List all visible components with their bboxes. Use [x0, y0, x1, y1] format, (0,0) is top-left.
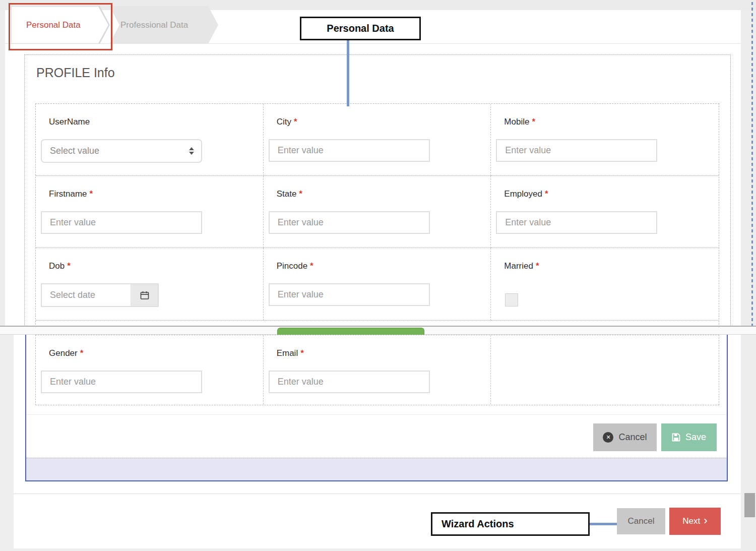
mobile-input[interactable] [496, 139, 657, 162]
gender-label: Gender [49, 348, 78, 358]
tab-professional-label: Professional Data [109, 20, 188, 30]
email-input[interactable] [269, 371, 430, 393]
callout-wizard-text: Wizard Actions [442, 518, 514, 530]
right-gutter [741, 0, 756, 551]
required-asterisk: * [299, 189, 302, 199]
employed-label: Employed [504, 189, 542, 199]
field-married: Married* [491, 248, 719, 321]
required-asterisk: * [310, 261, 313, 271]
pincode-input[interactable] [269, 283, 430, 306]
username-label: UserName [49, 117, 90, 127]
profile-cancel-button[interactable]: ✕ Cancel [593, 423, 657, 451]
profile-form-grid-bottom: Gender* Email* [35, 335, 719, 405]
cancel-x-icon: ✕ [603, 432, 613, 443]
field-username: UserName Select value [36, 104, 264, 176]
field-empty [491, 335, 719, 404]
required-asterisk: * [536, 261, 539, 271]
state-label: State [277, 189, 297, 199]
wizard-cancel-label: Cancel [628, 516, 655, 526]
dob-date-group [41, 283, 256, 307]
field-employed: Employed* [491, 176, 719, 248]
field-email: Email* [264, 335, 491, 404]
state-input[interactable] [269, 211, 430, 234]
required-asterisk: * [294, 117, 297, 127]
calendar-icon [140, 290, 150, 300]
panel-footer-band [26, 458, 727, 480]
wizard-footer-divider [14, 494, 741, 494]
profile-save-label: Save [685, 432, 706, 443]
married-checkbox[interactable] [505, 293, 518, 307]
dob-calendar-button[interactable] [131, 283, 159, 307]
profile-panel-title: PROFILE Info [36, 66, 115, 80]
required-asterisk: * [67, 261, 71, 271]
username-select[interactable]: Select value [41, 139, 202, 163]
profile-cancel-label: Cancel [618, 432, 647, 443]
firstname-label: Firstname [49, 189, 87, 199]
profile-form-grid-top: UserName Select value City* Mobile* Firs… [35, 103, 719, 327]
username-select-value: Select value [50, 146, 99, 156]
wizard-cancel-button[interactable]: Cancel [617, 508, 665, 534]
dob-label: Dob [49, 261, 65, 271]
required-asterisk: * [300, 348, 304, 358]
toolbar-divider [26, 414, 727, 415]
select-caret-icon [189, 147, 194, 155]
scrollbar-thumb[interactable] [744, 493, 755, 517]
field-pincode: Pincode* [264, 248, 491, 321]
required-asterisk: * [80, 348, 84, 358]
required-asterisk: * [90, 189, 93, 199]
annotation-highlight-box [9, 3, 112, 50]
city-input[interactable] [269, 139, 430, 162]
selection-dashed-edge [751, 2, 753, 326]
gender-input[interactable] [41, 371, 202, 393]
firstname-input[interactable] [41, 211, 202, 234]
field-firstname: Firstname* [36, 176, 264, 248]
left-gutter [0, 0, 5, 327]
field-city: City* [264, 104, 491, 176]
employed-input[interactable] [496, 211, 657, 234]
green-button-sliver [277, 328, 424, 335]
married-label: Married [504, 261, 533, 271]
callout-wizard-actions: Wizard Actions [431, 512, 590, 536]
field-dob: Dob* [36, 248, 264, 321]
field-mobile: Mobile* [491, 104, 719, 176]
required-asterisk: * [545, 189, 548, 199]
profile-save-button[interactable]: Save [661, 423, 717, 451]
mobile-label: Mobile [504, 117, 529, 127]
wizard-next-label: Next [682, 516, 700, 526]
callout-personal-text: Personal Data [327, 23, 394, 34]
wizard-next-button[interactable]: Next › [669, 508, 721, 535]
email-label: Email [277, 348, 298, 358]
pincode-label: Pincode [277, 261, 307, 271]
wizard-page: Personal Data Professional Data Personal… [0, 0, 756, 551]
tab-professional-data[interactable]: Professional Data [109, 6, 218, 44]
required-asterisk: * [532, 117, 535, 127]
save-floppy-icon [672, 433, 680, 442]
city-label: City [277, 117, 291, 127]
field-gender: Gender* [36, 335, 264, 404]
field-state: State* [264, 176, 491, 248]
dob-input[interactable] [41, 283, 131, 307]
callout-connector-vertical [347, 40, 349, 106]
next-chevron-icon: › [704, 515, 707, 526]
callout-personal-data: Personal Data [300, 17, 421, 40]
